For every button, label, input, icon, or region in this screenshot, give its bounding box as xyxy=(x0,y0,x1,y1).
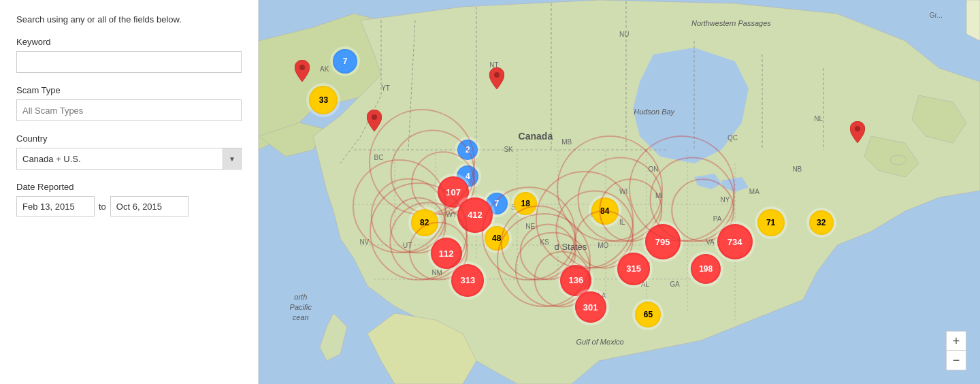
sidebar: Search using any or all of the fields be… xyxy=(0,0,259,384)
map-cluster-c3[interactable]: 2 xyxy=(457,140,478,160)
scam-type-field-group: Scam Type xyxy=(16,85,242,121)
date-field-group: Date Reported to xyxy=(16,182,242,217)
svg-point-25 xyxy=(855,126,860,131)
map-cluster-c16[interactable]: 795 xyxy=(645,224,681,259)
svg-point-24 xyxy=(494,72,500,78)
date-label: Date Reported xyxy=(16,182,242,192)
map-cluster-c2[interactable]: 33 xyxy=(309,86,338,114)
map-pin-p2[interactable] xyxy=(367,110,382,134)
country-label: Country xyxy=(16,133,242,144)
map-pin-p3[interactable] xyxy=(489,67,504,92)
map-pin-p4[interactable] xyxy=(850,121,865,146)
date-to-input[interactable] xyxy=(110,196,189,217)
map-cluster-c19[interactable]: 301 xyxy=(575,291,606,323)
keyword-field-group: Keyword xyxy=(16,37,242,73)
zoom-out-button[interactable]: − xyxy=(947,351,966,370)
zoom-control: + − xyxy=(946,331,966,370)
keyword-label: Keyword xyxy=(16,37,242,47)
map-cluster-c22[interactable]: 65 xyxy=(635,302,661,327)
map-background xyxy=(259,0,980,384)
keyword-input[interactable] xyxy=(16,51,242,73)
map-cluster-c17[interactable]: 734 xyxy=(717,224,753,259)
map-cluster-c9[interactable]: 18 xyxy=(514,192,537,215)
svg-point-23 xyxy=(372,114,377,120)
scam-type-label: Scam Type xyxy=(16,85,242,95)
country-field-group: Country Canada + U.S.CanadaUnited States… xyxy=(16,133,242,170)
date-separator: to xyxy=(99,202,106,212)
map-pin-p1[interactable] xyxy=(295,60,310,84)
map-cluster-c8[interactable]: 82 xyxy=(411,209,438,236)
country-select[interactable]: Canada + U.S.CanadaUnited StatesAll Coun… xyxy=(16,148,242,170)
map-cluster-c7[interactable]: 412 xyxy=(457,197,493,233)
scam-type-input[interactable] xyxy=(16,99,242,121)
map-area[interactable]: AK YT NT NU BC AB SK MB ON QC NB NL Cana… xyxy=(259,0,980,384)
map-cluster-c10[interactable]: 84 xyxy=(591,197,619,225)
zoom-in-button[interactable]: + xyxy=(947,332,966,351)
svg-point-21 xyxy=(890,155,906,165)
map-cluster-c1[interactable]: 7 xyxy=(333,49,357,74)
map-cluster-c15[interactable]: 315 xyxy=(617,253,650,285)
map-cluster-c13[interactable]: 313 xyxy=(451,264,484,297)
date-row: to xyxy=(16,196,242,217)
map-cluster-c18[interactable]: 198 xyxy=(691,254,721,284)
sidebar-description: Search using any or all of the fields be… xyxy=(16,14,242,26)
svg-point-22 xyxy=(299,65,305,70)
map-cluster-c21[interactable]: 32 xyxy=(809,210,834,235)
map-cluster-c12[interactable]: 112 xyxy=(431,238,462,269)
country-select-wrapper: Canada + U.S.CanadaUnited StatesAll Coun… xyxy=(16,148,242,170)
map-cluster-c20[interactable]: 71 xyxy=(757,209,785,236)
date-from-input[interactable] xyxy=(16,196,95,217)
map-cluster-c11[interactable]: 48 xyxy=(485,226,509,251)
